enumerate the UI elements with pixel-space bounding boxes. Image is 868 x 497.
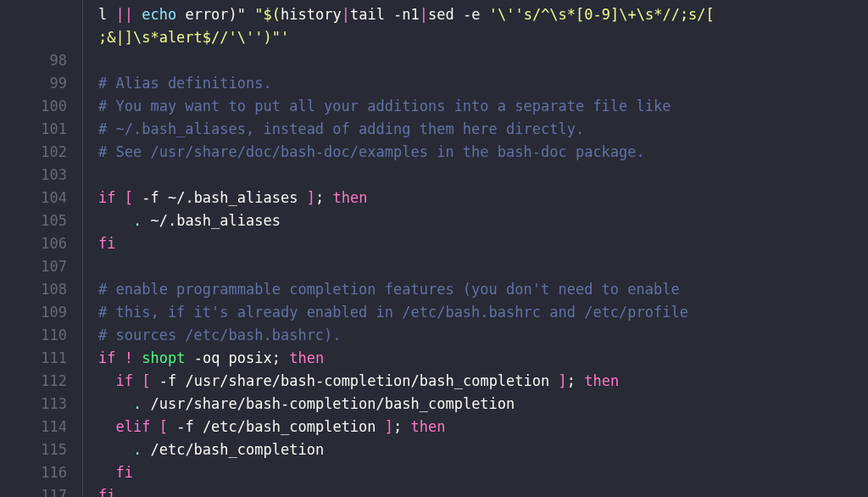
token-default: tail -n1 [350, 6, 420, 23]
token-default [98, 464, 115, 481]
token-string: '\''s/^\s*[0-9]\+\s*//;s/[ [489, 6, 715, 23]
line-number: 105 [0, 209, 82, 232]
code-line[interactable]: . ~/.bash_aliases [98, 209, 868, 232]
code-line[interactable]: if [ -f ~/.bash_aliases ]; then [98, 187, 868, 209]
line-number [0, 3, 82, 26]
token-default: ~/.bash_aliases [142, 212, 281, 229]
token-comment: # ~/.bash_aliases, instead of adding the… [98, 120, 584, 137]
token-keyword: if [98, 189, 115, 206]
code-line[interactable] [98, 49, 868, 72]
token-string: "$( [254, 6, 281, 23]
token-keyword: if [98, 349, 115, 366]
line-number: 110 [0, 324, 82, 347]
code-line[interactable]: fi [98, 484, 868, 497]
token-builtin: . [133, 441, 142, 458]
code-line[interactable]: # See /usr/share/doc/bash-doc/examples i… [98, 141, 868, 164]
token-default [98, 395, 133, 412]
code-line[interactable]: fi [98, 232, 868, 255]
code-line[interactable]: . /usr/share/bash-completion/bash_comple… [98, 393, 868, 416]
token-default [150, 418, 159, 435]
token-default: -oq posix; [185, 349, 289, 366]
token-op: | [342, 6, 350, 23]
line-number-gutter: 9899100101102103104105106107108109110111… [0, 0, 83, 497]
code-line[interactable]: ;&|]\s*alert$//'\'')"' [98, 26, 868, 49]
token-default: /usr/share/bash-completion/bash_completi… [142, 395, 515, 412]
code-editor[interactable]: 9899100101102103104105106107108109110111… [0, 0, 868, 497]
code-line[interactable]: elif [ -f /etc/bash_completion ]; then [98, 416, 868, 438]
token-op: | [420, 6, 428, 23]
token-default: sed -e [428, 6, 489, 23]
token-default [133, 6, 142, 23]
code-line[interactable]: # enable programmable completion feature… [98, 278, 868, 301]
token-default: history [281, 6, 342, 23]
token-default: -f /etc/bash_completion [168, 418, 385, 435]
token-default [98, 212, 133, 229]
line-number: 103 [0, 164, 82, 187]
line-number: 108 [0, 278, 82, 301]
line-number: 109 [0, 301, 82, 324]
token-keyword: [ [142, 372, 150, 389]
token-comment: # You may want to put all your additions… [98, 98, 671, 114]
token-default: /etc/bash_completion [142, 441, 324, 458]
token-default: -f /usr/share/bash-completion/bash_compl… [150, 372, 558, 389]
line-number: 99 [0, 72, 82, 95]
token-keyword: [ [159, 418, 168, 435]
code-line[interactable]: l || echo error)" "$(history|tail -n1|se… [98, 3, 868, 26]
code-line[interactable]: # sources /etc/bash.bashrc). [98, 324, 868, 347]
token-keyword: ] [559, 372, 567, 389]
code-line[interactable]: if [ -f /usr/share/bash-completion/bash_… [98, 370, 868, 393]
line-number: 117 [0, 484, 82, 497]
token-default: l [98, 6, 115, 23]
code-line[interactable]: # You may want to put all your additions… [98, 95, 868, 118]
line-number: 114 [0, 416, 82, 438]
line-number: 113 [0, 393, 82, 416]
token-op: || [115, 6, 132, 23]
token-comment: # enable programmable completion feature… [98, 281, 680, 298]
token-keyword: then [584, 372, 619, 389]
token-default [98, 441, 133, 458]
line-number: 115 [0, 438, 82, 461]
token-default: ; [393, 418, 410, 435]
token-default: error)" [176, 6, 254, 23]
token-cmd: shopt [142, 349, 185, 366]
token-builtin: echo [142, 6, 176, 23]
code-line[interactable] [98, 164, 868, 187]
line-number: 111 [0, 347, 82, 370]
token-comment: # this, if it's already enabled in /etc/… [98, 304, 688, 321]
line-number: 102 [0, 141, 82, 164]
line-number: 100 [0, 95, 82, 118]
token-keyword: fi [98, 487, 115, 497]
token-keyword: then [411, 418, 446, 435]
line-number: 106 [0, 232, 82, 255]
token-keyword: ] [307, 189, 315, 206]
line-number: 107 [0, 255, 82, 278]
token-keyword: fi [115, 464, 132, 481]
token-keyword: [ [125, 189, 133, 206]
line-number [0, 26, 82, 49]
token-keyword: then [332, 189, 367, 206]
token-keyword: then [289, 349, 324, 366]
token-comment: # sources /etc/bash.bashrc). [98, 327, 342, 343]
token-keyword: elif [115, 418, 150, 435]
code-line[interactable]: # ~/.bash_aliases, instead of adding the… [98, 118, 868, 141]
code-line[interactable]: # Alias definitions. [98, 72, 868, 95]
line-number: 101 [0, 118, 82, 141]
token-builtin: . [133, 212, 142, 229]
line-number: 116 [0, 461, 82, 484]
code-line[interactable]: if ! shopt -oq posix; then [98, 347, 868, 370]
token-default [115, 189, 124, 206]
token-default: ; [315, 189, 332, 206]
token-default [98, 418, 115, 435]
code-line[interactable] [98, 255, 868, 278]
code-line[interactable]: # this, if it's already enabled in /etc/… [98, 301, 868, 324]
token-comment: # Alias definitions. [98, 75, 272, 92]
code-line[interactable]: . /etc/bash_completion [98, 438, 868, 461]
line-number: 98 [0, 49, 82, 72]
token-keyword: fi [98, 235, 115, 252]
token-default [133, 372, 142, 389]
line-number: 112 [0, 370, 82, 393]
token-default [133, 349, 142, 366]
code-area[interactable]: l || echo error)" "$(history|tail -n1|se… [83, 0, 868, 497]
code-line[interactable]: fi [98, 461, 868, 484]
token-default [98, 372, 115, 389]
